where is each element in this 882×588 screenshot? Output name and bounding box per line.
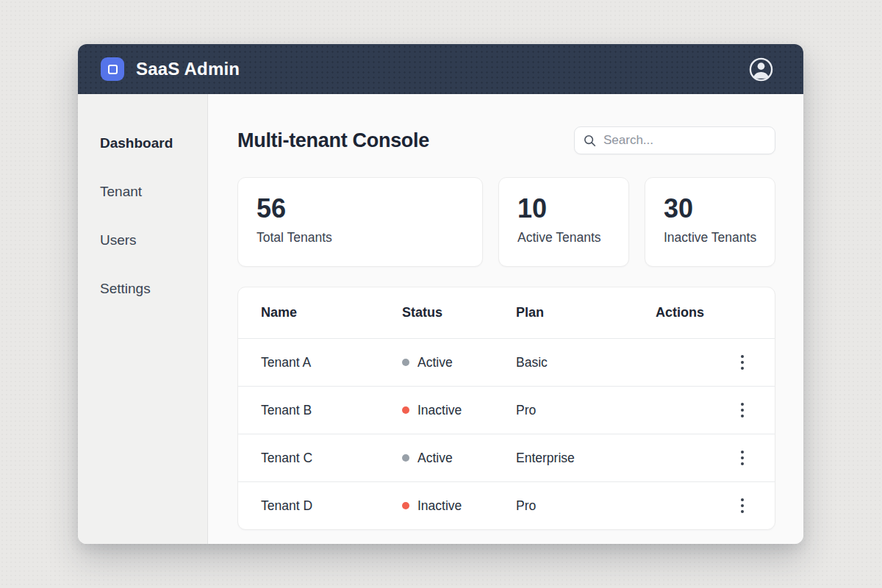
status-dot-icon <box>402 502 409 509</box>
logo-square-glyph <box>108 65 118 74</box>
app-logo-icon <box>101 57 124 81</box>
user-avatar-icon[interactable] <box>747 56 774 82</box>
tenant-plan: Basic <box>516 355 656 370</box>
sidebar-item-users[interactable]: Users <box>78 216 207 265</box>
table-row: Tenant C Active Enterprise <box>238 434 775 481</box>
top-bar: SaaS Admin <box>78 44 803 94</box>
stats-row: 56 Total Tenants 10 Active Tenants 30 In… <box>237 177 775 267</box>
tenant-name: Tenant D <box>261 498 402 514</box>
row-actions-kebab-icon[interactable] <box>736 448 749 469</box>
stat-label: Inactive Tenants <box>664 230 775 245</box>
stat-label: Active Tenants <box>517 230 628 245</box>
row-actions-kebab-icon[interactable] <box>736 400 749 421</box>
tenant-status: Active <box>402 355 516 370</box>
table-row: Tenant A Active Basic <box>238 338 775 386</box>
sidebar-item-tenant[interactable]: Tenant <box>78 168 207 216</box>
app-title: SaaS Admin <box>136 59 240 79</box>
tenant-status: Inactive <box>402 498 516 514</box>
stat-card-inactive-tenants: 30 Inactive Tenants <box>645 177 775 267</box>
sidebar-item-settings[interactable]: Settings <box>78 265 207 313</box>
status-dot-icon <box>402 359 409 366</box>
status-label: Active <box>417 451 453 466</box>
sidebar-item-dashboard[interactable]: Dashboard <box>78 119 207 168</box>
status-dot-icon <box>402 406 409 414</box>
search-box[interactable] <box>574 126 775 154</box>
stat-label: Total Tenants <box>257 230 482 245</box>
status-dot-icon <box>402 454 409 462</box>
tenant-status: Inactive <box>402 403 516 418</box>
page-title: Multi-tenant Console <box>237 129 429 152</box>
tenant-name: Tenant B <box>261 403 402 418</box>
stat-card-total-tenants: 56 Total Tenants <box>237 177 483 267</box>
status-label: Inactive <box>417 498 462 514</box>
table-row: Tenant D Inactive Pro <box>238 481 775 529</box>
main-content: Multi-tenant Console 56 Total Tenants 10 <box>208 94 803 544</box>
status-label: Inactive <box>417 403 462 418</box>
stat-value: 10 <box>517 194 628 223</box>
column-header-plan: Plan <box>516 305 656 320</box>
tenants-table: Name Status Plan Actions Tenant A Active… <box>237 287 775 530</box>
stat-value: 56 <box>257 194 482 223</box>
status-label: Active <box>417 355 453 370</box>
tenant-plan: Enterprise <box>516 451 656 466</box>
stat-value: 30 <box>664 194 775 223</box>
stat-card-active-tenants: 10 Active Tenants <box>498 177 629 267</box>
tenant-name: Tenant A <box>261 355 402 370</box>
search-icon <box>584 135 596 147</box>
table-row: Tenant B Inactive Pro <box>238 386 775 434</box>
table-header-row: Name Status Plan Actions <box>238 287 775 338</box>
search-input[interactable] <box>603 133 766 148</box>
tenant-plan: Pro <box>516 498 656 514</box>
tenant-name: Tenant C <box>261 451 402 466</box>
row-actions-kebab-icon[interactable] <box>736 352 749 373</box>
column-header-name: Name <box>261 305 402 320</box>
row-actions-kebab-icon[interactable] <box>736 495 749 517</box>
sidebar: Dashboard Tenant Users Settings <box>78 94 208 544</box>
app-window: SaaS Admin Dashboard Tenant Users Settin… <box>78 44 803 544</box>
column-header-status: Status <box>402 305 516 320</box>
column-header-actions: Actions <box>656 305 753 320</box>
tenant-status: Active <box>402 451 516 466</box>
tenant-plan: Pro <box>516 403 656 418</box>
